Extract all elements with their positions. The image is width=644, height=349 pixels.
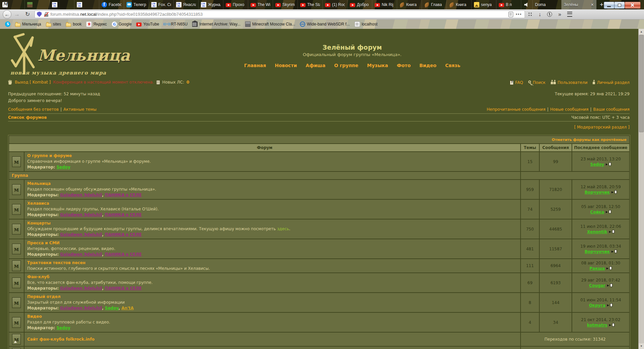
- last-post-user-link[interactable]: Округа: [589, 303, 605, 308]
- last-post-user-link[interactable]: Cougar: [589, 283, 605, 288]
- forum-title-link[interactable]: О группе и форуме: [27, 153, 72, 158]
- bookmark-item[interactable]: Wide-band WebSDR f...: [298, 20, 352, 28]
- browser-tab[interactable]: [521, 0, 533, 9]
- logout-link[interactable]: Выход [ Kombat ]: [15, 80, 51, 85]
- nav-link-Афиша[interactable]: Афиша: [306, 63, 325, 68]
- userbar-link[interactable]: Пользователи: [557, 80, 587, 85]
- moderator-link[interactable]: ПАНИКА в СЕЛЕ: [105, 252, 142, 257]
- userbar-link[interactable]: Поиск: [533, 80, 545, 85]
- close-button[interactable]: [625, 2, 641, 9]
- forum-title-link[interactable]: Концерты: [27, 221, 51, 226]
- browser-tab[interactable]: Добро: [347, 0, 372, 9]
- userbar-item[interactable]: Личный раздел: [593, 80, 630, 85]
- insecure-lock-icon[interactable]: [44, 12, 48, 17]
- menu-hamburger-icon[interactable]: [567, 12, 572, 17]
- userbar-link[interactable]: Личный раздел: [597, 80, 630, 85]
- browser-tab[interactable]: Журнал: [199, 0, 223, 9]
- page-scrollbar[interactable]: ▲ ▼: [638, 29, 644, 349]
- moderator-link[interactable]: Galadwen Эdelьhil: [60, 252, 102, 257]
- bookmark-item[interactable]: book: [63, 20, 84, 28]
- last-post-user-link[interactable]: Sedoy: [590, 162, 604, 167]
- browser-tab[interactable]: The Sta: [298, 0, 323, 9]
- url-bar[interactable]: forum.melnitsa.net.local/index.php?sid=f…: [35, 10, 525, 18]
- moderator-link[interactable]: An'tA: [121, 306, 134, 310]
- bookmark-item[interactable]: localhost: [352, 20, 380, 28]
- forum-title-link[interactable]: Видео: [27, 314, 42, 319]
- moderator-link[interactable]: Galadwen Эdelьhil: [60, 212, 102, 217]
- browser-tab[interactable]: (1) Roc: [323, 0, 347, 9]
- moderator-link[interactable]: Galadwen Эdelьhil: [60, 306, 102, 310]
- browser-tab[interactable]: Doma: [533, 0, 561, 9]
- bookmark-item[interactable]: Яндекс: [84, 20, 109, 28]
- nav-link-О группе[interactable]: О группе: [334, 63, 358, 68]
- forum-link-title[interactable]: Сайт фан-клуба folkrock.info: [27, 337, 95, 342]
- browser-tab[interactable]: senya: [472, 0, 496, 9]
- last-post-user-link[interactable]: kotmatrs: [587, 323, 607, 328]
- back-button[interactable]: ←: [3, 10, 11, 19]
- goto-last-post-icon[interactable]: [606, 266, 612, 270]
- bookmark-item[interactable]: Мельница: [13, 20, 44, 28]
- moderator-link[interactable]: ПАНИКА в СЕЛЕ: [105, 232, 142, 237]
- browser-tab[interactable]: Nik Rij: [372, 0, 397, 9]
- browser-tab[interactable]: Книга: [397, 0, 422, 9]
- page-actions-icon[interactable]: •••: [516, 12, 522, 17]
- browser-tab[interactable]: [74, 0, 99, 9]
- moderator-link[interactable]: Galadwen Эdelьhil: [60, 232, 102, 237]
- goto-last-post-icon[interactable]: [607, 284, 612, 287]
- forum-title-link[interactable]: Трактовки текстов песен: [27, 260, 86, 265]
- userbar-item[interactable]: Поиск: [528, 80, 545, 85]
- quick-link[interactable]: Новые сообщения: [550, 107, 588, 112]
- quick-link[interactable]: Сообщения без ответов: [8, 107, 59, 112]
- forum-title-link[interactable]: Первый отдел: [27, 294, 61, 299]
- scrollbar-down-arrow[interactable]: ▼: [639, 343, 644, 349]
- quick-link[interactable]: Активные темы: [63, 107, 97, 112]
- moderator-section-link[interactable]: [ Модераторский раздел ]: [574, 125, 630, 130]
- last-post-user-link[interactable]: Ворчунчик: [585, 190, 610, 195]
- bookmark-item[interactable]: YouTube: [134, 20, 161, 28]
- browser-tab[interactable]: Янасла: [174, 0, 199, 9]
- browser-tab[interactable]: Fox. Сп: [149, 0, 174, 9]
- goto-last-post-icon[interactable]: [606, 210, 611, 214]
- quick-link[interactable]: Непрочитанные сообщения: [487, 107, 545, 112]
- moderator-link[interactable]: ПАНИКА в СЕЛЕ: [105, 286, 142, 291]
- bookmark-item[interactable]: [3, 20, 13, 28]
- forum-title-link[interactable]: Хелависа: [27, 201, 49, 206]
- browser-tab[interactable]: Skyrim: [273, 0, 298, 9]
- forum-title-link[interactable]: Мельница: [27, 181, 51, 186]
- nav-link-Видео[interactable]: Видео: [419, 63, 436, 68]
- extension-grid-icon[interactable]: [528, 12, 532, 16]
- bookmark-item[interactable]: Internet Archive: Way...: [190, 20, 243, 28]
- last-post-user-link[interactable]: Сойка: [590, 210, 604, 214]
- toolbar-overflow-icon[interactable]: »: [555, 11, 564, 17]
- pm-count[interactable]: 0: [186, 80, 189, 85]
- nav-link-Музыка[interactable]: Музыка: [367, 63, 388, 68]
- forum-title-link[interactable]: Пресса и СМИ: [27, 241, 60, 245]
- last-post-user-link[interactable]: Xenontik: [587, 230, 607, 234]
- windmill-logo-icon[interactable]: [7, 31, 41, 76]
- goto-last-post-icon[interactable]: [609, 323, 614, 327]
- userbar-link[interactable]: FAQ: [515, 80, 523, 85]
- downloads-icon[interactable]: ↓: [535, 11, 544, 17]
- reload-button[interactable]: ↻: [22, 11, 33, 17]
- last-post-user-link[interactable]: Ракша: [590, 266, 605, 271]
- moderator-link[interactable]: Sedoy: [105, 306, 119, 310]
- browser-tab[interactable]: Книга: [447, 0, 472, 9]
- moderator-link[interactable]: Galadwen Эdelьhil: [60, 193, 102, 197]
- forum-title-link[interactable]: Фан-клуб: [27, 275, 49, 279]
- browser-tab[interactable]: The Wit: [248, 0, 273, 9]
- restore-button[interactable]: [614, 2, 625, 9]
- moderator-link[interactable]: Sedoy: [56, 326, 70, 330]
- bookmark-item[interactable]: Google: [109, 20, 134, 28]
- browser-tab[interactable]: Глава: [422, 0, 447, 9]
- goto-last-post-icon[interactable]: [611, 190, 617, 194]
- bookmark-item[interactable]: sites: [44, 20, 64, 28]
- nav-link-Главная[interactable]: Главная: [244, 63, 266, 68]
- userbar-item[interactable]: FAQ: [510, 80, 523, 85]
- tab-close-icon[interactable]: ×: [591, 2, 594, 7]
- nav-link-Новости[interactable]: Новости: [275, 63, 297, 68]
- browser-tab[interactable]: Телегра: [124, 0, 149, 9]
- browser-tab[interactable]: Facebo: [99, 0, 124, 9]
- minimize-button[interactable]: [604, 2, 614, 9]
- browser-tab[interactable]: [0, 0, 25, 9]
- nav-link-Фото[interactable]: Фото: [397, 63, 411, 68]
